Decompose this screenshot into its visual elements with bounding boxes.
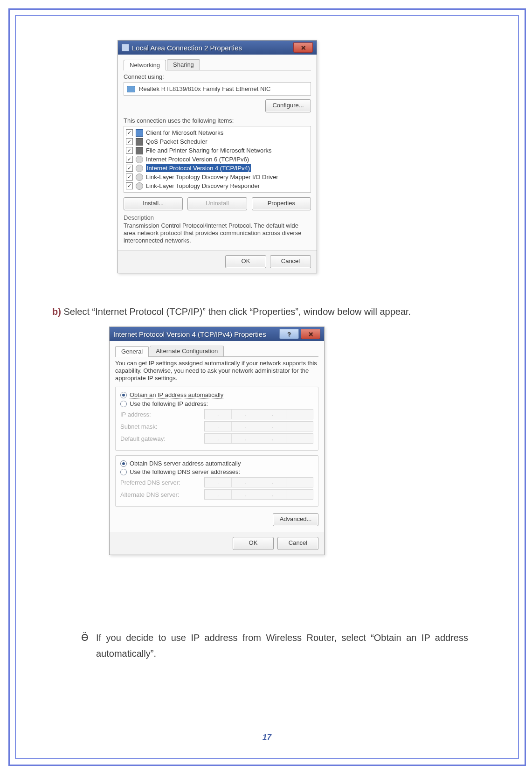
close-icon[interactable]: ✕ bbox=[301, 329, 320, 339]
tab-general[interactable]: General bbox=[115, 346, 149, 357]
cancel-button-2[interactable]: Cancel bbox=[277, 537, 318, 550]
list-item-label: Link-Layer Topology Discovery Mapper I/O… bbox=[146, 173, 278, 181]
advanced-button[interactable]: Advanced... bbox=[273, 513, 318, 526]
ip-manual-radio[interactable]: Use the following IP address: bbox=[120, 400, 313, 407]
dns-auto-label: Obtain DNS server address automatically bbox=[130, 460, 241, 467]
subnet-mask-label: Subnet mask: bbox=[120, 423, 204, 430]
ip-group: Obtain an IP address automatically Use t… bbox=[115, 387, 318, 451]
tab-sharing[interactable]: Sharing bbox=[167, 59, 200, 70]
cancel-button[interactable]: Cancel bbox=[270, 255, 311, 268]
list-item[interactable]: ✓Client for Microsoft Networks bbox=[125, 128, 310, 137]
list-item[interactable]: ✓File and Printer Sharing for Microsoft … bbox=[125, 146, 310, 155]
checkbox-icon[interactable]: ✓ bbox=[126, 156, 133, 163]
alt-dns-label: Alternate DNS server: bbox=[120, 491, 204, 498]
lan-properties-dialog: Local Area Connection 2 Properties ✕ Net… bbox=[117, 40, 317, 273]
checkbox-icon[interactable]: ✓ bbox=[126, 147, 133, 154]
dialog2-titlebar: Internet Protocol Version 4 (TCP/IPv4) P… bbox=[110, 327, 324, 341]
checkbox-icon[interactable]: ✓ bbox=[126, 182, 133, 189]
link-icon bbox=[136, 174, 143, 181]
connect-using-label: Connect using: bbox=[124, 73, 311, 80]
bullet-text: If you decide to use IP address from Wir… bbox=[96, 630, 468, 661]
file-icon bbox=[136, 147, 143, 154]
bullet-marker: Ӫ bbox=[81, 630, 96, 661]
alt-dns-input: ... bbox=[204, 489, 313, 500]
close-icon[interactable]: ✕ bbox=[293, 42, 313, 53]
dialog2-title: Internet Protocol Version 4 (TCP/IPv4) P… bbox=[113, 330, 266, 338]
gateway-input: ... bbox=[204, 433, 313, 444]
qos-icon bbox=[136, 138, 143, 146]
tab-networking[interactable]: Networking bbox=[124, 60, 166, 70]
subnet-mask-input: ... bbox=[204, 421, 313, 431]
description-title: Description bbox=[124, 214, 311, 221]
uninstall-button: Uninstall bbox=[187, 197, 247, 210]
dialog1-titlebar: Local Area Connection 2 Properties ✕ bbox=[118, 41, 317, 55]
list-item[interactable]: ✓Internet Protocol Version 6 (TCP/IPv6) bbox=[125, 155, 310, 164]
network-icon bbox=[122, 44, 129, 51]
tab-alt-config[interactable]: Alternate Configuration bbox=[150, 346, 224, 356]
configure-button[interactable]: Configure... bbox=[265, 99, 311, 112]
dns-group: Obtain DNS server address automatically … bbox=[115, 455, 318, 507]
gateway-label: Default gateway: bbox=[120, 435, 204, 442]
list-item-label: Internet Protocol Version 4 (TCP/IPv4) bbox=[146, 164, 251, 172]
list-item-label: File and Printer Sharing for Microsoft N… bbox=[146, 146, 271, 154]
checkbox-icon[interactable]: ✓ bbox=[126, 129, 133, 136]
bullet-paragraph: Ӫ If you decide to use IP address from W… bbox=[81, 630, 468, 661]
link-icon bbox=[136, 156, 143, 163]
ok-button-2[interactable]: OK bbox=[233, 537, 274, 550]
adapter-name: Realtek RTL8139/810x Family Fast Etherne… bbox=[139, 85, 270, 92]
properties-button[interactable]: Properties bbox=[252, 197, 311, 210]
ip-auto-label: Obtain an IP address automatically bbox=[130, 391, 223, 399]
list-item[interactable]: ✓Link-Layer Topology Discovery Responder bbox=[125, 181, 310, 190]
adapter-field: Realtek RTL8139/810x Family Fast Etherne… bbox=[124, 82, 311, 96]
pref-dns-label: Preferred DNS server: bbox=[120, 479, 204, 486]
page-number: 17 bbox=[16, 733, 518, 742]
paragraph-b: b) Select “Internet Protocol (TCP/IP)” t… bbox=[52, 304, 481, 319]
items-label: This connection uses the following items… bbox=[124, 117, 311, 124]
dns-manual-radio[interactable]: Use the following DNS server addresses: bbox=[120, 468, 313, 475]
checkbox-icon[interactable]: ✓ bbox=[126, 165, 133, 172]
dialog1-title: Local Area Connection 2 Properties bbox=[132, 44, 242, 52]
pref-dns-input: ... bbox=[204, 477, 313, 487]
list-item[interactable]: ✓QoS Packet Scheduler bbox=[125, 137, 310, 146]
description-text: Transmission Control Protocol/Internet P… bbox=[124, 222, 311, 244]
list-item-label: Link-Layer Topology Discovery Responder bbox=[146, 182, 260, 190]
link-icon bbox=[136, 165, 143, 172]
ip-address-label: IP address: bbox=[120, 411, 204, 418]
dialog2-tabs: General Alternate Configuration bbox=[115, 346, 318, 357]
intro-text: You can get IP settings assigned automat… bbox=[115, 360, 318, 382]
help-icon[interactable]: ? bbox=[279, 329, 299, 339]
list-item[interactable]: ✓Internet Protocol Version 4 (TCP/IPv4) bbox=[125, 164, 310, 173]
ok-button[interactable]: OK bbox=[225, 255, 266, 268]
paragraph-b-text: Select “Internet Protocol (TCP/IP)” then… bbox=[63, 306, 411, 317]
tcpip-properties-dialog: Internet Protocol Version 4 (TCP/IPv4) P… bbox=[109, 327, 325, 555]
ip-manual-label: Use the following IP address: bbox=[130, 400, 208, 407]
list-item[interactable]: ✓Link-Layer Topology Discovery Mapper I/… bbox=[125, 173, 310, 181]
ip-auto-radio[interactable]: Obtain an IP address automatically bbox=[120, 391, 313, 399]
net-icon bbox=[136, 129, 143, 137]
link-icon bbox=[136, 182, 143, 190]
dialog1-tabs: Networking Sharing bbox=[124, 59, 311, 70]
ip-address-input: ... bbox=[204, 409, 313, 419]
list-item-label: Internet Protocol Version 6 (TCP/IPv6) bbox=[146, 155, 249, 163]
paragraph-b-marker: b) bbox=[52, 306, 63, 317]
adapter-icon bbox=[127, 86, 135, 92]
install-button[interactable]: Install... bbox=[124, 197, 183, 210]
connection-items-list[interactable]: ✓Client for Microsoft Networks✓QoS Packe… bbox=[124, 126, 311, 193]
checkbox-icon[interactable]: ✓ bbox=[126, 138, 133, 145]
list-item-label: Client for Microsoft Networks bbox=[146, 129, 223, 137]
checkbox-icon[interactable]: ✓ bbox=[126, 174, 133, 181]
dns-auto-radio[interactable]: Obtain DNS server address automatically bbox=[120, 460, 313, 467]
dns-manual-label: Use the following DNS server addresses: bbox=[130, 468, 240, 475]
list-item-label: QoS Packet Scheduler bbox=[146, 138, 207, 146]
